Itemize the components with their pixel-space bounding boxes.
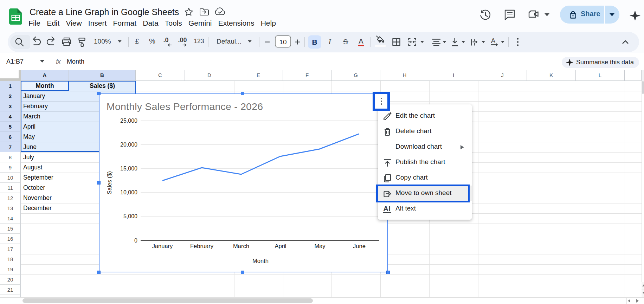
svg-text:100%: 100% — [94, 38, 111, 45]
svg-text:%: % — [149, 37, 155, 45]
svg-text:I: I — [328, 38, 331, 46]
svg-text:Sales ($): Sales ($) — [106, 171, 112, 194]
svg-text:March: March — [233, 243, 249, 249]
svg-text:May: May — [314, 243, 326, 249]
svg-text:20,000: 20,000 — [120, 142, 137, 148]
svg-text:10,000: 10,000 — [120, 189, 137, 195]
svg-text:.00: .00 — [178, 37, 187, 44]
svg-text:B: B — [312, 38, 317, 46]
svg-text:June: June — [353, 243, 366, 249]
svg-text:15,000: 15,000 — [120, 166, 137, 172]
svg-text:10: 10 — [279, 38, 286, 46]
svg-text:123: 123 — [194, 38, 204, 45]
svg-text:A: A — [359, 37, 363, 45]
svg-text:Al: Al — [383, 205, 391, 213]
svg-text:A: A — [491, 37, 496, 44]
svg-text:February: February — [190, 243, 214, 249]
svg-text:.0: .0 — [163, 37, 168, 44]
svg-text:April: April — [275, 243, 286, 249]
svg-text:5,000: 5,000 — [123, 213, 137, 219]
svg-text:Month: Month — [252, 258, 269, 264]
svg-text:25,000: 25,000 — [120, 118, 137, 124]
svg-text:January: January — [152, 243, 173, 249]
svg-text:£: £ — [135, 37, 139, 45]
svg-text:Defaul...: Defaul... — [217, 38, 242, 45]
svg-text:0: 0 — [134, 238, 137, 244]
